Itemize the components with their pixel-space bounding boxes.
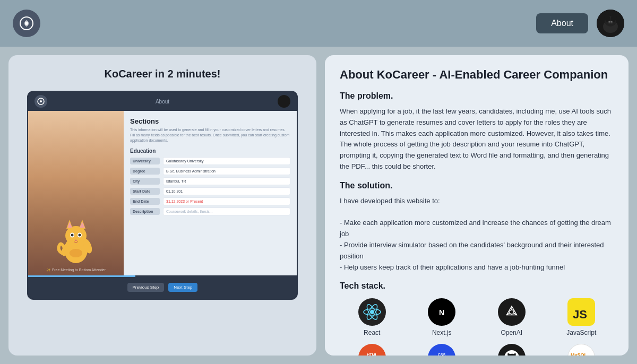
tech-item-css: CSS 3 CSS	[410, 344, 475, 356]
openai-label: OpenAI	[501, 329, 522, 336]
svg-text:JS: JS	[573, 308, 587, 321]
header-right: About	[536, 10, 624, 37]
solution-text: I have developed this website to: - Make…	[340, 196, 614, 273]
svg-point-9	[609, 21, 610, 23]
solution-point-2: - Provide interview simulator based on t…	[340, 241, 604, 260]
svg-text:N: N	[439, 308, 444, 317]
mysql-icon: MySQL ⚡ MySQL	[567, 344, 595, 356]
mockup-illustration: ✨ Free Meeting to Bottom Attender	[28, 111, 124, 275]
solution-point-1: - Make each application more customized …	[340, 219, 611, 238]
html-icon: HTML 5	[358, 344, 386, 356]
form-row-description: Description Coursework details, thesis..…	[130, 207, 290, 215]
svg-point-22	[79, 234, 81, 237]
form-row-start-date: Start Date 01.10.201	[130, 187, 290, 195]
end-date-value: 31.12.2023 or Present	[163, 197, 290, 205]
github-icon	[498, 344, 526, 356]
svg-text:MySQL: MySQL	[571, 352, 588, 356]
mockup-avatar	[278, 95, 290, 108]
svg-marker-18	[80, 222, 85, 228]
tech-item-mysql: MySQL ⚡ MySQL MySQL	[549, 344, 614, 356]
start-date-value: 01.10.201	[163, 187, 290, 195]
tech-item-nextjs: N Next.js	[410, 298, 475, 336]
mockup-footer: Previous Step Next Step	[28, 275, 297, 299]
university-value: Galatasaray University	[163, 157, 290, 165]
form-row-degree: Degree B.Sc. Business Administration	[130, 167, 290, 175]
svg-text:3: 3	[440, 354, 444, 356]
mockup-body: ✨ Free Meeting to Bottom Attender Sectio…	[28, 111, 297, 275]
nextjs-icon: N	[428, 298, 455, 326]
js-icon: JS	[567, 298, 595, 326]
avatar-image	[597, 10, 624, 37]
react-label: React	[364, 329, 380, 336]
cat-svg	[55, 212, 97, 265]
degree-value: B.Sc. Business Administration	[163, 167, 290, 175]
tech-item-js: JS JavaScript	[549, 298, 614, 336]
tech-item-github: GitHub	[479, 344, 544, 356]
tech-item-html: HTML 5 HTML	[340, 344, 404, 356]
tech-heading: Tech stack.	[340, 281, 614, 291]
education-label: Education	[130, 148, 290, 154]
mockup-caption: ✨ Free Meeting to Bottom Attender	[28, 268, 124, 272]
svg-point-12	[40, 100, 42, 102]
nextjs-label: Next.js	[432, 329, 452, 336]
right-panel: About KoCareer - AI-Enabled Career Compa…	[325, 55, 629, 356]
about-button[interactable]: About	[536, 13, 588, 33]
svg-text:5: 5	[370, 354, 374, 356]
main-content: KoCareer in 2 minutes! About	[0, 47, 637, 364]
avatar	[597, 10, 624, 37]
progress-bar	[28, 275, 135, 277]
description-label: Description	[130, 208, 160, 215]
degree-label: Degree	[130, 168, 160, 175]
svg-point-10	[611, 21, 613, 23]
mockup-about-link: About	[156, 99, 169, 105]
left-panel: KoCareer in 2 minutes! About	[8, 55, 316, 356]
city-label: City	[130, 178, 160, 185]
sections-title: Sections	[130, 117, 290, 125]
description-value: Coursework details, thesis...	[163, 207, 290, 215]
form-row-end-date: End Date 31.12.2023 or Present	[130, 197, 290, 205]
solution-point-3: - Help users keep track of their applica…	[340, 263, 565, 271]
form-row-university: University Galatasaray University	[130, 157, 290, 165]
openai-icon	[498, 298, 526, 326]
end-date-label: End Date	[130, 198, 160, 205]
problem-text: When applying for a job, it the last few…	[340, 106, 614, 172]
react-icon	[358, 298, 386, 326]
svg-point-21	[71, 234, 74, 237]
app-mockup: About	[27, 91, 298, 300]
left-title: KoCareer in 2 minutes!	[105, 68, 221, 80]
mockup-header: About	[28, 92, 297, 111]
mockup-logo	[35, 95, 47, 108]
university-label: University	[130, 158, 160, 164]
mockup-form: Sections This information will be used t…	[124, 111, 297, 275]
solution-intro: I have developed this website to:	[340, 197, 440, 205]
tech-item-openai: OpenAI	[479, 298, 544, 336]
svg-point-26	[70, 249, 82, 257]
js-label: JavaScript	[566, 329, 596, 336]
css-icon: CSS 3	[428, 344, 455, 356]
start-date-label: Start Date	[130, 188, 160, 195]
tech-item-react: React	[340, 298, 404, 336]
form-row-city: City Istanbul, TR	[130, 177, 290, 185]
next-step-button[interactable]: Next Step	[168, 283, 197, 292]
problem-heading: The problem.	[340, 91, 614, 101]
prev-step-button[interactable]: Previous Step	[127, 283, 165, 292]
solution-heading: The solution.	[340, 181, 614, 190]
logo-icon	[13, 10, 40, 37]
svg-point-27	[370, 310, 374, 314]
tech-grid: React N Next.js	[340, 298, 614, 356]
sections-description: This information will be used to generat…	[130, 127, 290, 143]
svg-point-1	[25, 22, 28, 25]
header: About	[0, 0, 637, 47]
about-title: About KoCareer - AI-Enabled Career Compa…	[340, 68, 614, 82]
city-value: Istanbul, TR	[163, 177, 290, 185]
